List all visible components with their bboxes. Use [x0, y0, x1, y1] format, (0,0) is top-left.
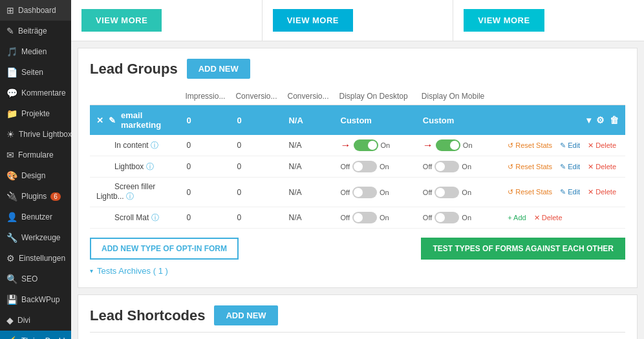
top-cards-row: VIEW MORE VIEW MORE VIEW MORE	[71, 0, 644, 41]
row-desktop: → On	[334, 135, 416, 156]
sidebar-item-medien[interactable]: 🎵 Medien	[0, 41, 71, 62]
row-conversions: 0	[230, 178, 282, 207]
table-row: Scroll Mat ⓘ 0 0 N/A Off On	[90, 207, 625, 229]
col-actions	[499, 88, 625, 105]
lead-groups-title: Lead Groups	[90, 61, 178, 77]
reset-stats-button[interactable]: ↺ Reset Stats	[505, 187, 555, 198]
sidebar-item-design[interactable]: 🎨 Design	[0, 165, 71, 186]
shortcodes-add-new-button[interactable]: ADD NEW	[214, 305, 277, 325]
desktop-on-label: On	[380, 163, 389, 170]
table-row: Screen filler Lightb... ⓘ 0 0 N/A Off On	[90, 178, 625, 207]
add-new-type-button[interactable]: ADD NEW TYPE OF OPT-IN FORM	[90, 238, 239, 260]
row-name: In content ⓘ	[90, 135, 180, 156]
delete-button[interactable]: ✕ Delete	[585, 161, 619, 172]
info-icon[interactable]: ⓘ	[151, 213, 159, 222]
view-more-button-2[interactable]: VIEW MORE	[273, 9, 353, 32]
action-buttons: ↺ Reset Stats ✎ Edit ✕ Delete	[505, 140, 619, 151]
sidebar-item-werkzeuge[interactable]: 🔧 Werkzeuge	[0, 227, 71, 248]
benutzer-icon: 👤	[6, 212, 17, 222]
table-row: In content ⓘ 0 0 N/A → On	[90, 135, 625, 156]
edit-icon[interactable]: ✎	[109, 116, 116, 125]
row-name-label: In content	[96, 141, 149, 150]
chevron-down-icon[interactable]: ▾	[586, 115, 591, 125]
edit-button[interactable]: ✎ Edit	[557, 161, 583, 172]
row-conversions: 0	[230, 156, 282, 178]
test-types-button[interactable]: TEST TYPES OF FORMS AGAINST EACH OTHER	[421, 238, 625, 260]
edit-button[interactable]: ✎ Edit	[557, 140, 583, 151]
sidebar-item-kommentare[interactable]: 💬 Kommentare	[0, 83, 71, 103]
reset-stats-button[interactable]: ↺ Reset Stats	[505, 161, 555, 172]
dashboard-icon: ⊞	[6, 5, 14, 15]
tests-archives-label: Tests Archives ( 1 )	[97, 266, 168, 276]
action-buttons: + Add ✕ Delete	[505, 212, 619, 223]
mobile-toggle[interactable]	[436, 139, 460, 151]
sidebar-item-thrive-lightboxes[interactable]: ☀ Thrive Lightboxes	[0, 124, 71, 145]
view-more-button-1[interactable]: VIEW MORE	[81, 9, 162, 32]
info-icon[interactable]: ⓘ	[126, 192, 134, 201]
row-impressions: 0	[180, 178, 230, 207]
sidebar-item-label: Design	[21, 171, 45, 180]
desktop-toggle[interactable]	[354, 139, 378, 151]
chevron-right-icon: ▾	[90, 267, 93, 274]
mobile-on-label: On	[462, 163, 471, 170]
sidebar-item-seiten[interactable]: 📄 Seiten	[0, 62, 71, 83]
sidebar-item-seo[interactable]: 🔍 SEO	[0, 269, 71, 289]
col-name	[90, 88, 180, 105]
group-header-row: ✕ ✎ email marketing 0 0 N/A Custom Custo…	[90, 105, 625, 136]
mobile-toggle[interactable]	[435, 212, 459, 223]
row-mobile: Off On	[416, 156, 499, 178]
row-conv-rate: N/A	[282, 178, 334, 207]
sidebar-item-divi[interactable]: ◆ Divi	[0, 310, 71, 331]
row-name: Lightbox ⓘ	[90, 156, 180, 178]
top-card-2: VIEW MORE	[262, 0, 453, 41]
sidebar-item-label: Plugins	[21, 192, 47, 201]
delete-button[interactable]: ✕ Delete	[585, 187, 619, 198]
add-button[interactable]: + Add	[505, 212, 528, 223]
info-icon[interactable]: ⓘ	[146, 162, 154, 171]
sidebar-item-dashboard[interactable]: ⊞ Dashboard	[0, 0, 71, 21]
sidebar-item-formulare[interactable]: ✉ Formulare	[0, 145, 71, 165]
sidebar-item-projekte[interactable]: 📁 Projekte	[0, 103, 71, 124]
desktop-toggle[interactable]	[352, 187, 377, 198]
seo-icon: 🔍	[6, 274, 17, 284]
desktop-toggle[interactable]	[352, 212, 377, 223]
settings-icon[interactable]: ⚙	[596, 115, 605, 125]
desktop-toggle-label: On	[381, 141, 391, 149]
delete-button[interactable]: ✕ Delete	[531, 212, 565, 223]
sidebar-item-backwpup[interactable]: 💾 BackWPup	[0, 289, 71, 310]
reset-stats-button[interactable]: ↺ Reset Stats	[505, 140, 555, 151]
sidebar-item-einstellungen[interactable]: ⚙ Einstellungen	[0, 248, 71, 269]
desktop-off-label: Off	[341, 163, 350, 170]
shortcodes-header: Lead Shortcodes ADD NEW	[90, 305, 625, 325]
sidebar-item-label: Kommentare	[21, 88, 66, 98]
mobile-toggle[interactable]	[435, 161, 459, 172]
desktop-toggle[interactable]	[352, 161, 377, 172]
plugins-icon: 🔌	[6, 191, 17, 201]
view-more-button-3[interactable]: VIEW MORE	[464, 9, 544, 32]
edit-button[interactable]: ✎ Edit	[557, 187, 583, 198]
row-desktop: Off On	[334, 178, 416, 207]
lead-groups-add-new-button[interactable]: ADD NEW	[187, 59, 250, 79]
row-conv-rate: N/A	[282, 156, 334, 178]
mobile-toggle[interactable]	[435, 187, 459, 198]
row-desktop: Off On	[334, 156, 416, 178]
lead-groups-section: Lead Groups ADD NEW Impressio... Convers…	[78, 48, 638, 288]
plugins-badge: 6	[50, 192, 61, 201]
sidebar-item-plugins[interactable]: 🔌 Plugins 6	[0, 186, 71, 207]
cross-icon[interactable]: ✕	[96, 116, 103, 125]
sidebar-item-benutzer[interactable]: 👤 Benutzer	[0, 207, 71, 227]
delete-button[interactable]: ✕ Delete	[585, 140, 619, 151]
col-conversions1: Conversio...	[230, 88, 282, 105]
desktop-off-label: Off	[341, 189, 350, 196]
sidebar-item-beitraege[interactable]: ✎ Beiträge	[0, 21, 71, 41]
medien-icon: 🎵	[6, 46, 17, 57]
row-mobile: Off On	[416, 207, 499, 229]
arrow-right-icon-desktop: →	[341, 139, 351, 151]
sidebar-item-thrive-dashboard[interactable]: ⚡ Thrive Dashboard	[0, 331, 71, 339]
top-card-1: VIEW MORE	[71, 0, 262, 41]
tests-archives[interactable]: ▾ Tests Archives ( 1 )	[90, 266, 625, 276]
trash-icon[interactable]: 🗑	[610, 115, 619, 125]
row-name-label: Scroll Mat	[96, 213, 149, 222]
desktop-on-label: On	[380, 214, 389, 221]
info-icon[interactable]: ⓘ	[151, 141, 158, 150]
